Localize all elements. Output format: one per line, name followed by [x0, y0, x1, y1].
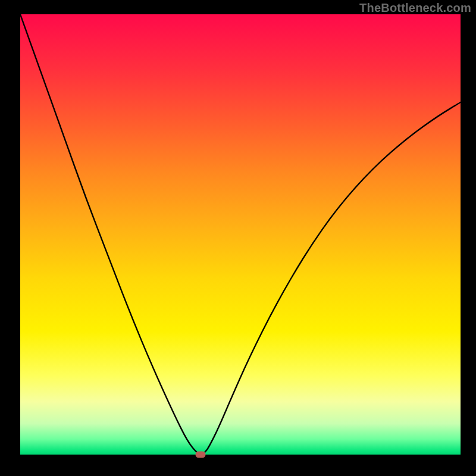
plot-area: [20, 14, 461, 455]
attribution-text: TheBottleneck.com: [359, 1, 471, 15]
figure-root: { "attribution": "TheBottleneck.com", "c…: [0, 0, 476, 476]
curve-svg: [20, 14, 461, 455]
bottleneck-curve-path: [20, 14, 461, 454]
minimum-marker: [196, 452, 206, 458]
